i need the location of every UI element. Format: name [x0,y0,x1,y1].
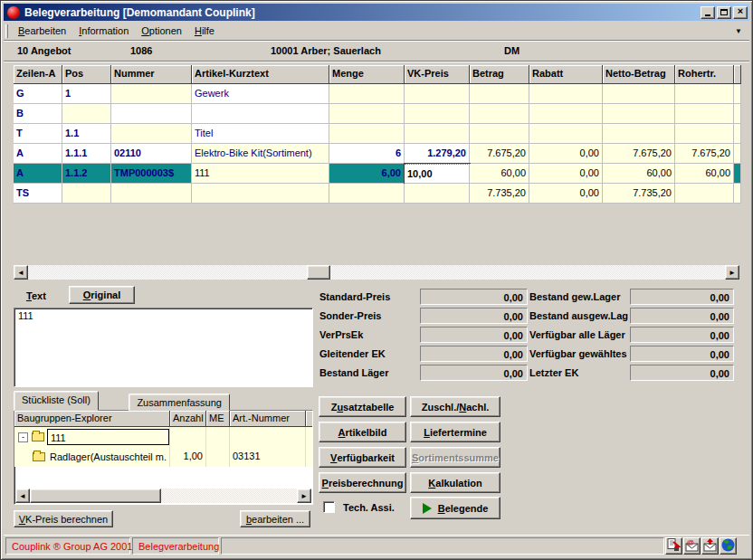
table-row[interactable]: TS7.735,200,007.735,20 [14,184,741,204]
grid-cell[interactable] [675,104,734,124]
grid-cell[interactable] [603,104,675,124]
grid-cell[interactable] [405,84,470,104]
grid-cell[interactable]: 1.1 [62,124,111,144]
grid-cell[interactable] [111,104,192,124]
column-header[interactable]: Artikel-Kurztext [192,65,329,84]
column-header[interactable]: Netto-Betrag [603,65,675,84]
grid-cell[interactable] [405,104,470,124]
grid-cell[interactable]: 1 [62,84,111,104]
grid-cell[interactable]: 1.1.2 [62,164,111,184]
mail-send-button[interactable] [701,537,719,555]
grid-cell[interactable] [62,104,111,124]
grid-cell[interactable] [529,84,603,104]
grid-cell[interactable]: 1.1.1 [62,144,111,164]
export-document-button[interactable] [665,537,682,555]
minimize-button[interactable] [701,6,715,19]
tree-item[interactable]: Radlager(Austauschteil m. L [14,447,170,467]
grid-cell[interactable]: B [14,104,62,124]
grid-cell[interactable]: 0,00 [529,144,603,164]
menu-item-information[interactable]: Information [72,24,135,38]
grid-cell[interactable]: 60,00 [470,164,529,184]
column-header[interactable] [306,411,313,427]
tree-hscroll-track[interactable] [30,489,297,503]
grid-cell[interactable] [192,104,329,124]
original-button[interactable]: Original [69,286,135,304]
column-header[interactable]: Anzahl [170,411,206,427]
grid-cell[interactable]: A [14,164,62,184]
grid-cell[interactable] [470,124,529,144]
column-header[interactable]: Art.-Nummer [230,411,306,427]
column-header[interactable]: Rabatt [529,65,603,84]
zusatztabelle-button[interactable]: Zusatztabelle [319,396,406,417]
mail-at-button[interactable]: @ [683,537,701,555]
grid-cell[interactable]: 111 [192,164,329,184]
tree-hscroll-thumb[interactable] [30,489,161,503]
tab-st-ckliste-soll-[interactable]: Stückliste (Soll) [14,391,99,411]
menu-overflow-icon[interactable]: ▼ [735,27,742,35]
grid-cell[interactable]: A [14,144,62,164]
grid-cell[interactable] [529,124,603,144]
grid-cell[interactable] [734,104,741,124]
position-text-area[interactable]: 111 [14,308,313,387]
tree-item[interactable]: -111 [14,427,170,447]
column-header[interactable]: VK-Preis [405,65,470,84]
column-header[interactable]: Rohertr. [675,65,734,84]
grid-cell[interactable]: 02110 [111,144,192,164]
tree-row[interactable]: -111 [14,427,312,447]
grid-cell[interactable] [62,184,111,204]
verf-gbarkeit-button[interactable]: Verfügbarkeit [319,447,406,468]
table-row[interactable]: A1.1.102110Elektro-Bike Kit(Sortiment)61… [14,144,741,164]
preisberechnung-button[interactable]: Preisberechnung [319,472,406,493]
table-row[interactable]: G1Gewerk [14,84,741,104]
menu-item-hilfe[interactable]: Hilfe [188,24,221,38]
grid-cell[interactable] [329,84,405,104]
grid-cell[interactable] [405,124,470,144]
grid-cell[interactable]: Elektro-Bike Kit(Sortiment) [192,144,329,164]
globe-button[interactable] [720,537,737,555]
grid-cell[interactable] [470,84,529,104]
grid-cell[interactable] [111,84,192,104]
grid-cell[interactable] [329,104,405,124]
grid-cell[interactable]: Gewerk [192,84,329,104]
grid-cell[interactable] [111,184,192,204]
grid-cell[interactable]: 7.675,20 [470,144,529,164]
grid-cell[interactable]: 7.675,20 [675,144,734,164]
scroll-left-icon[interactable]: ◄ [15,489,30,503]
table-row[interactable]: T1.1Titel [14,124,741,144]
grid-cell[interactable]: 7.735,20 [470,184,529,204]
bearbeiten-button[interactable]: bearbeiten ... [240,510,310,527]
grid-cell[interactable]: 7.675,20 [603,144,675,164]
table-row[interactable]: B [14,104,741,124]
grid-cell[interactable] [734,184,741,204]
grid-cell[interactable] [111,124,192,144]
app-icon[interactable] [7,6,20,19]
grid-cell[interactable] [329,184,405,204]
grid-cell[interactable] [734,144,741,164]
tech-assi-checkbox[interactable] [323,501,335,513]
grid-cell[interactable] [734,124,741,144]
grid-cell[interactable]: Titel [192,124,329,144]
column-header[interactable]: Menge [329,65,405,84]
grid-cell[interactable]: 1.279,20 [405,144,470,164]
grid-cell[interactable]: TMP000003$ [111,164,192,184]
menu-item-bearbeiten[interactable]: Bearbeiten [12,24,72,38]
grid-cell[interactable]: 60,00 [603,164,675,184]
column-header[interactable] [734,65,741,84]
grid-cell[interactable]: 0,00 [529,164,603,184]
grid-cell[interactable] [675,184,734,204]
grid-cell[interactable]: 6 [329,144,405,164]
grid-cell[interactable] [603,124,675,144]
grid-cell[interactable] [529,104,603,124]
scroll-right-icon[interactable]: ► [297,489,311,503]
grid-cell[interactable] [675,124,734,144]
grid-cell[interactable]: 60,00 [675,164,734,184]
grid-cell[interactable] [734,84,741,104]
liefertermine-button[interactable]: Liefertermine [410,422,500,442]
grid-cell[interactable] [470,104,529,124]
vk-preis-berechnen-button[interactable]: VK-Preis berechnen [14,510,113,527]
close-button[interactable]: × [733,6,748,19]
grid-cell[interactable] [329,124,405,144]
menu-item-optionen[interactable]: Optionen [135,24,188,38]
grid-cell[interactable]: T [14,124,62,144]
column-header[interactable]: Pos [62,65,111,84]
